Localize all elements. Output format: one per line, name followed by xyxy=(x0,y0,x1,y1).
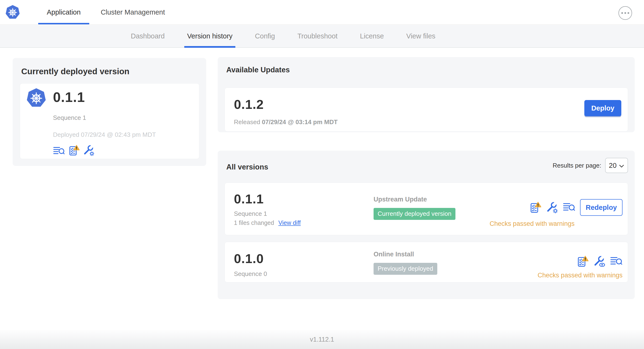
currently-deployed-card: Currently deployed version xyxy=(13,58,206,166)
available-updates-card: Available Updates 0.1.2 Released 07/29/2… xyxy=(218,57,635,132)
row-version-number: 0.1.1 xyxy=(234,192,301,206)
chevron-down-icon xyxy=(619,162,624,170)
row-source-label: Upstream Update xyxy=(374,196,456,203)
config-wrench-gear-icon[interactable] xyxy=(83,145,94,156)
current-version-sequence: Sequence 1 xyxy=(53,114,199,122)
all-versions-title: All versions xyxy=(226,163,268,172)
admin-console-page: Application Cluster Management Dashboard… xyxy=(0,0,644,349)
all-versions-card: All versions Results per page: 20 0.1.1 … xyxy=(218,151,635,299)
checks-status-link[interactable]: Checks passed with warnings xyxy=(538,272,622,279)
ellipsis-icon xyxy=(621,12,623,14)
version-row-0-1-1: 0.1.1 Sequence 1 1 files changedView dif… xyxy=(224,182,628,235)
available-updates-title: Available Updates xyxy=(226,66,628,74)
view-config-wrench-eye-icon[interactable] xyxy=(594,256,605,267)
app-kubernetes-logo-icon xyxy=(26,88,46,108)
app-level-tabs: Application Cluster Management xyxy=(37,0,175,24)
redeploy-button[interactable]: Redeploy xyxy=(580,199,622,216)
config-wrench-gear-icon[interactable] xyxy=(546,202,558,214)
row-version-number: 0.1.0 xyxy=(234,251,267,266)
deploy-button[interactable]: Deploy xyxy=(584,100,621,116)
preflight-checks-warning-icon[interactable] xyxy=(68,145,80,156)
row-sequence: Sequence 0 xyxy=(234,270,267,278)
current-version-number: 0.1.1 xyxy=(53,89,85,105)
tab-cluster-management-label: Cluster Management xyxy=(101,8,165,16)
results-per-page-select[interactable]: 20 xyxy=(605,158,628,173)
update-released-timestamp: Released 07/29/24 @ 03:14 pm MDT xyxy=(234,118,628,126)
deploy-logs-icon[interactable] xyxy=(53,146,65,156)
subnav-troubleshoot[interactable]: Troubleshoot xyxy=(298,25,338,47)
kubernetes-logo-icon xyxy=(5,5,20,20)
view-diff-link[interactable]: View diff xyxy=(278,220,301,226)
update-version-number: 0.1.2 xyxy=(234,97,628,112)
results-per-page: Results per page: 20 xyxy=(552,158,628,173)
previously-deployed-badge: Previously deployed xyxy=(374,263,437,275)
tab-application-label: Application xyxy=(47,8,81,16)
currently-deployed-title: Currently deployed version xyxy=(21,66,199,76)
tab-application[interactable]: Application xyxy=(37,0,91,24)
subnav-version-history[interactable]: Version history xyxy=(187,25,232,47)
row-source-label: Online Install xyxy=(374,251,437,258)
overflow-menu-button[interactable] xyxy=(618,6,632,20)
deploy-logs-icon[interactable] xyxy=(563,202,575,213)
row-files-changed: 1 files changedView diff xyxy=(234,220,301,226)
console-footer: v1.112.1 xyxy=(0,330,644,349)
currently-deployed-version-panel: 0.1.1 Sequence 1 Deployed 07/29/24 @ 02:… xyxy=(20,83,199,159)
currently-deployed-badge: Currently deployed version xyxy=(374,208,456,220)
app-subnav: Dashboard Version history Config Trouble… xyxy=(0,25,644,48)
deploy-logs-icon[interactable] xyxy=(610,256,622,267)
subnav-dashboard[interactable]: Dashboard xyxy=(131,25,165,47)
preflight-checks-warning-icon[interactable] xyxy=(530,202,541,214)
subnav-license[interactable]: License xyxy=(360,25,384,47)
subnav-view-files[interactable]: View files xyxy=(406,25,436,47)
results-per-page-label: Results per page: xyxy=(552,162,601,169)
tab-cluster-management[interactable]: Cluster Management xyxy=(91,0,175,24)
row-sequence: Sequence 1 xyxy=(234,210,301,218)
console-version: v1.112.1 xyxy=(310,336,334,343)
top-bar: Application Cluster Management xyxy=(0,0,644,24)
current-version-deployed-timestamp: Deployed 07/29/24 @ 02:43 pm MDT xyxy=(53,131,199,138)
results-per-page-value: 20 xyxy=(609,162,616,170)
subnav-config[interactable]: Config xyxy=(255,25,275,47)
update-row: 0.1.2 Released 07/29/24 @ 03:14 pm MDT D… xyxy=(224,88,628,132)
preflight-checks-warning-icon[interactable] xyxy=(577,256,588,267)
version-row-0-1-0: 0.1.0 Sequence 0 Online Install Previous… xyxy=(224,242,628,282)
checks-status-link[interactable]: Checks passed with warnings xyxy=(490,220,574,228)
